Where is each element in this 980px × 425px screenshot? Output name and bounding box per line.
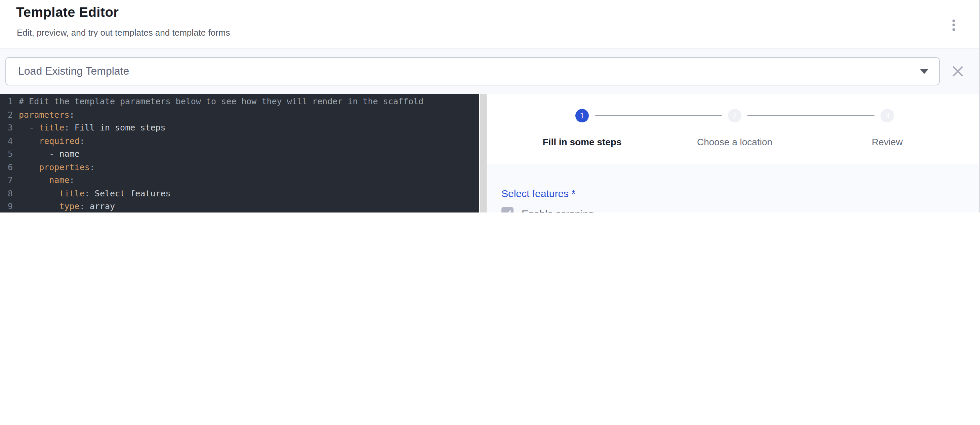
code-line: 1# Edit the template parameters below to… — [0, 95, 479, 108]
step-label-3: Review — [813, 137, 961, 147]
line-number: 9 — [0, 200, 19, 212]
stepper: 1Fill in some steps2Choose a location3Re… — [487, 94, 980, 164]
checkbox-checked-icon — [501, 207, 514, 212]
code-text: parameters: — [19, 108, 479, 121]
close-icon — [951, 65, 964, 78]
line-number: 4 — [0, 134, 19, 147]
code-line: 8 title: Select features — [0, 187, 479, 200]
code-text: type: array — [19, 200, 479, 212]
checkbox-label: Enable scraping — [522, 207, 594, 212]
code-text: required: — [19, 134, 479, 147]
template-preview-pane: 1Fill in some steps2Choose a location3Re… — [487, 94, 980, 212]
select-value: Load Existing Template — [18, 65, 920, 77]
code-text: title: Select features — [19, 187, 479, 200]
required-asterisk: * — [571, 188, 575, 199]
more-options-icon — [953, 19, 955, 22]
step-label-2: Choose a location — [661, 137, 808, 147]
code-line: 9 type: array — [0, 200, 479, 212]
step-connector — [595, 115, 722, 116]
checkbox-enable-scraping[interactable]: Enable scraping — [501, 207, 967, 212]
step-circle-2: 2 — [728, 109, 741, 123]
load-template-bar: Load Existing Template — [0, 48, 980, 94]
close-template-selector-button[interactable] — [951, 65, 964, 78]
code-text: - title: Fill in some steps — [19, 121, 479, 134]
code-text: - name — [19, 147, 479, 161]
step-circle-1: 1 — [575, 109, 589, 123]
split-view: 1# Edit the template parameters below to… — [0, 94, 980, 212]
line-number: 7 — [0, 174, 19, 187]
line-number: 8 — [0, 187, 19, 200]
code-text: properties: — [19, 161, 479, 174]
checkbox-group: Enable scrapingEnable HPAEnable cache — [501, 207, 967, 212]
pane-divider[interactable] — [479, 94, 487, 212]
code-line: 2parameters: — [0, 108, 479, 121]
code-line: 5 - name — [0, 147, 479, 161]
editor-lines: 1# Edit the template parameters below to… — [0, 95, 479, 212]
step-circle-3: 3 — [881, 109, 894, 123]
code-line: 6 properties: — [0, 161, 479, 174]
more-options-button[interactable] — [945, 16, 963, 33]
code-text: # Edit the template parameters below to … — [19, 95, 479, 108]
dropdown-caret-icon — [920, 69, 928, 74]
step-label-1: Fill in some steps — [508, 137, 656, 147]
line-number: 5 — [0, 147, 19, 161]
line-number: 2 — [0, 108, 19, 121]
code-line: 7 name: — [0, 174, 479, 187]
select-features-label: Select features * — [501, 188, 967, 199]
code-text: name: — [19, 174, 479, 187]
line-number: 3 — [0, 121, 19, 134]
line-number: 6 — [0, 161, 19, 174]
page-header: Template Editor Edit, preview, and try o… — [0, 0, 980, 48]
template-form: Select features * Enable scrapingEnable … — [487, 164, 980, 212]
line-number: 1 — [0, 95, 19, 108]
page-subtitle: Edit, preview, and try out templates and… — [17, 27, 230, 38]
page-title: Template Editor — [16, 5, 119, 20]
template-editor-page: Template Editor Edit, preview, and try o… — [0, 0, 980, 212]
code-line: 3 - title: Fill in some steps — [0, 121, 479, 134]
code-line: 4 required: — [0, 134, 479, 147]
template-select[interactable]: Load Existing Template — [5, 57, 940, 85]
code-editor[interactable]: 1# Edit the template parameters below to… — [0, 94, 479, 212]
step-connector — [748, 115, 875, 116]
